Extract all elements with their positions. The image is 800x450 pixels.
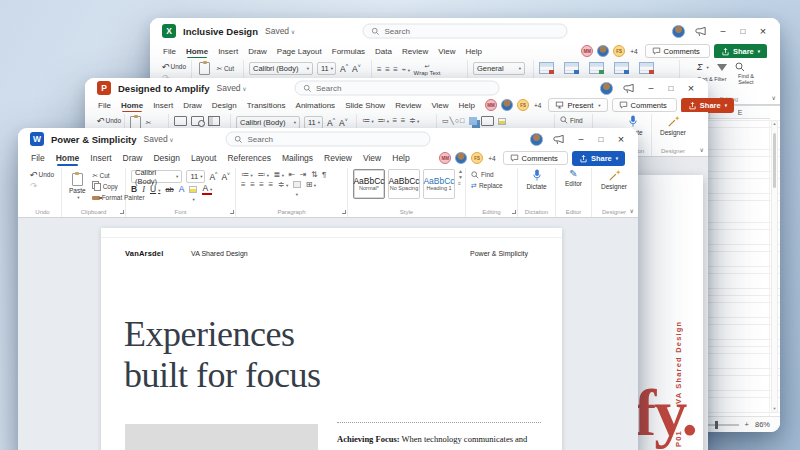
align-left-button[interactable]: ≡	[241, 180, 245, 189]
italic-button[interactable]: I	[142, 184, 145, 194]
orientation-button[interactable]: ⌁	[402, 65, 410, 74]
numbering-button[interactable]: ≕	[377, 116, 388, 125]
tab-help[interactable]: Help	[392, 153, 409, 163]
justify-button[interactable]: ≡	[269, 180, 273, 189]
sort-filter-icon[interactable]	[717, 64, 727, 71]
tab-draw[interactable]: Draw	[183, 101, 202, 110]
feedback-megaphone-icon[interactable]	[623, 83, 636, 94]
wrap-text-button[interactable]: ↩Wrap Text	[414, 62, 441, 76]
presence-avatar-fs[interactable]: FS	[517, 99, 529, 111]
share-button[interactable]: Share	[681, 98, 734, 113]
comments-button[interactable]: Comments	[612, 98, 677, 112]
align-right-button[interactable]: ≡	[259, 180, 263, 189]
quick-styles-button[interactable]	[481, 116, 494, 126]
undo-button[interactable]: Undo	[96, 115, 119, 126]
tab-review[interactable]: Review	[324, 153, 352, 163]
paste-button[interactable]	[197, 62, 212, 75]
tab-mailings[interactable]: Mailings	[282, 153, 313, 163]
dictate-button[interactable]: Dictate	[523, 169, 550, 190]
presence-avatar-photo[interactable]	[597, 45, 609, 57]
designer-button[interactable]: Designer	[657, 115, 689, 136]
comments-button[interactable]: Comments	[503, 151, 568, 165]
tab-data[interactable]: Data	[375, 47, 392, 56]
user-avatar[interactable]	[600, 82, 613, 95]
share-button[interactable]: Share	[714, 44, 767, 59]
tab-view[interactable]: View	[438, 47, 455, 56]
style-heading-1[interactable]: AaBbCc Heading 1	[423, 169, 455, 199]
find-select-label[interactable]: Find & Select	[731, 73, 761, 85]
cell-styles-button[interactable]	[589, 62, 604, 74]
editor-button[interactable]: ✎ Editor	[561, 169, 586, 187]
style-gallery-arrows[interactable]: ▲▼≡	[458, 169, 463, 186]
powerpoint-search-input[interactable]: Search	[294, 81, 499, 96]
multilevel-list-button[interactable]: ≣	[274, 170, 284, 179]
slide-layout-button[interactable]	[208, 116, 220, 126]
insert-cells-button[interactable]	[614, 62, 629, 74]
font-name-select[interactable]: Calibri (Body)	[249, 62, 313, 75]
word-saved-status[interactable]: Saved	[144, 134, 174, 144]
numbering-button[interactable]: ≕	[257, 170, 268, 179]
find-button[interactable]: Find	[560, 116, 583, 124]
text-effects-button[interactable]: A	[179, 185, 185, 194]
redo-button[interactable]	[29, 180, 56, 191]
tab-references[interactable]: References	[227, 153, 270, 163]
feedback-megaphone-icon[interactable]	[553, 134, 566, 145]
grow-font-button[interactable]: A^	[327, 117, 335, 128]
tab-review[interactable]: Review	[395, 101, 421, 110]
feedback-megaphone-icon[interactable]	[695, 26, 708, 37]
scrollbar-thumb[interactable]	[773, 133, 776, 188]
tab-file[interactable]: File	[163, 47, 176, 56]
tab-draw[interactable]: Draw	[123, 153, 143, 163]
clipboard-dialog-launcher[interactable]	[120, 210, 124, 214]
align-top-button[interactable]: ≡	[377, 65, 381, 74]
font-dialog-launcher[interactable]	[230, 210, 234, 214]
maximize-button[interactable]	[738, 27, 748, 36]
bullets-button[interactable]: ≔	[241, 170, 252, 179]
close-button[interactable]	[758, 26, 768, 37]
document-heading[interactable]: Experiences built for focus	[124, 314, 320, 396]
tab-transitions[interactable]: Transitions	[247, 101, 286, 110]
present-button[interactable]: Present	[548, 98, 607, 112]
slide-big-text[interactable]: fy.	[634, 380, 696, 446]
grow-font-button[interactable]: A^	[340, 63, 348, 74]
pilcrow-button[interactable]: ¶	[322, 170, 326, 179]
tab-view[interactable]: View	[363, 153, 381, 163]
tab-insert[interactable]: Insert	[153, 101, 173, 110]
highlight-button[interactable]	[189, 186, 197, 193]
autosum-button[interactable]	[697, 62, 709, 72]
borders-button[interactable]: ⊞	[306, 180, 316, 189]
tab-help[interactable]: Help	[465, 47, 481, 56]
indent-button[interactable]: ≡	[401, 116, 405, 125]
tab-slide-show[interactable]: Slide Show	[345, 101, 385, 110]
scroll-down-arrow[interactable]: ▼	[772, 406, 777, 412]
style-normal[interactable]: AaBbCc Normal*	[353, 169, 385, 199]
sort-button[interactable]: ⇅	[311, 170, 317, 179]
close-button[interactable]	[616, 134, 626, 145]
format-as-table-button[interactable]	[564, 62, 579, 74]
presence-overflow[interactable]: +4	[630, 48, 637, 55]
outdent-button[interactable]: ≡	[393, 116, 397, 125]
shading-button[interactable]	[293, 181, 301, 188]
outdent-button[interactable]: ⇤	[289, 170, 295, 179]
indent-button[interactable]: ⇥	[300, 170, 306, 179]
line-spacing-button[interactable]: ≑	[409, 116, 419, 125]
tab-file[interactable]: File	[98, 101, 111, 110]
font-color-button[interactable]: A	[202, 184, 212, 195]
ribbon-collapse-chevron[interactable]	[772, 94, 776, 101]
presence-avatar-photo[interactable]	[455, 152, 467, 164]
user-avatar[interactable]	[530, 133, 543, 146]
font-name-select[interactable]: Calibri (Body)	[131, 170, 182, 183]
align-bottom-button[interactable]: ≡	[393, 65, 397, 74]
new-slide-button[interactable]	[174, 116, 187, 126]
cut-button[interactable]: Cut	[216, 63, 234, 74]
underline-button[interactable]: U	[150, 184, 160, 194]
image-placeholder[interactable]	[125, 424, 318, 450]
comments-button[interactable]: Comments	[645, 44, 710, 58]
body-paragraph[interactable]: Achieving Focus: When technology communi…	[337, 434, 543, 445]
tab-formulas[interactable]: Formulas	[332, 47, 365, 56]
share-button[interactable]: Share	[572, 151, 625, 166]
presence-overflow[interactable]: +4	[488, 155, 495, 162]
presence-avatar-mm[interactable]: MM	[581, 45, 593, 57]
undo-button[interactable]: Undo	[29, 169, 56, 180]
cut-button[interactable]	[145, 118, 151, 127]
